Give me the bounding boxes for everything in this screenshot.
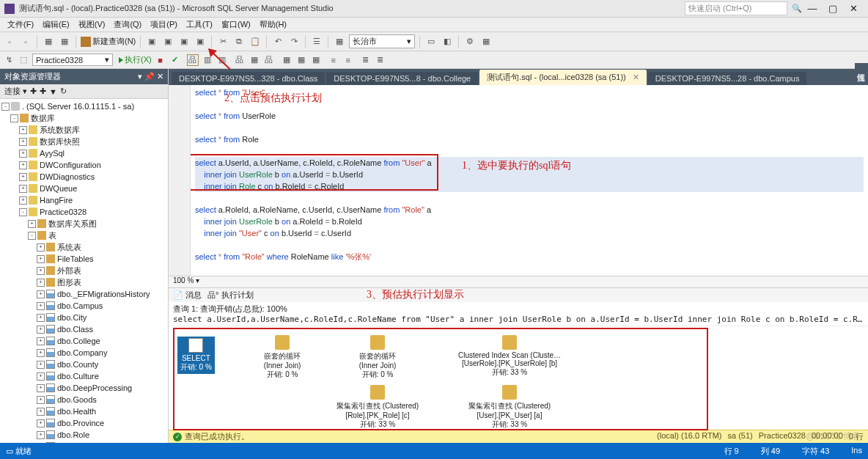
tb-icon[interactable]: ≡ bbox=[342, 54, 354, 66]
tree-node[interactable]: +dbo.County bbox=[0, 359, 168, 370]
stop-icon[interactable]: ■ bbox=[155, 54, 166, 66]
minimize-button[interactable]: — bbox=[802, 3, 823, 14]
document-tab[interactable]: DESKTOP-E997NS5...8 - dbo.College bbox=[326, 72, 478, 85]
menu-file[interactable]: 文件(F) bbox=[3, 19, 38, 30]
tb-icon[interactable]: ▣ bbox=[161, 35, 174, 48]
tb-icon[interactable]: ▦ bbox=[249, 54, 260, 66]
tree-node[interactable]: +dbo.Company bbox=[0, 347, 168, 359]
plan-node-seek1[interactable]: 聚集索引查找 (Clustered)[Role].[PK_Role] [c]开销… bbox=[315, 385, 440, 430]
tb-icon[interactable]: ⬚ bbox=[18, 54, 29, 66]
nav-fwd-icon[interactable]: ◦ bbox=[19, 35, 32, 48]
plan-node-scan[interactable]: Clustered Index Scan (Cluste…[UserRole].… bbox=[447, 335, 572, 378]
code-area[interactable]: select * from "User" select * from UserR… bbox=[191, 85, 868, 276]
tree-node[interactable]: +系统数据库 bbox=[0, 124, 168, 136]
tree-node[interactable]: +dbo.Health bbox=[0, 405, 168, 417]
tree-node[interactable]: +图形表 bbox=[0, 276, 168, 288]
close-tab-icon[interactable]: ✕ bbox=[633, 73, 639, 81]
paste-icon[interactable]: 📋 bbox=[249, 35, 262, 48]
tb-icon[interactable]: ▦ bbox=[281, 54, 293, 66]
plan-node-seek2[interactable]: 聚集索引查找 (Clustered)[User].[PK_User] [a]开销… bbox=[447, 385, 572, 430]
tb-icon[interactable]: ▦ bbox=[310, 54, 322, 66]
copy-icon[interactable]: ⧉ bbox=[232, 35, 246, 48]
tree-node[interactable]: +DWDiagnostics bbox=[0, 171, 168, 183]
tb-icon[interactable]: ▭ bbox=[424, 35, 438, 48]
execution-plan-pane[interactable]: SELECT开销: 0 % 嵌套的循环(Inner Join)开销: 0 % 嵌… bbox=[169, 326, 868, 430]
database-select[interactable]: Practice0328▾ bbox=[32, 54, 113, 66]
tree-node[interactable]: +FileTables bbox=[0, 253, 168, 265]
tb-icon[interactable]: ▦ bbox=[333, 35, 346, 48]
quick-launch-input[interactable]: 快速启动 (Ctrl+Q) bbox=[685, 1, 787, 15]
tb-icon[interactable]: ✚ bbox=[40, 87, 46, 96]
tree-node[interactable]: +dbo.Campus bbox=[0, 300, 168, 312]
plan-node-loop2[interactable]: 嵌套的循环(Inner Join)开销: 0 % bbox=[315, 335, 440, 380]
maximize-button[interactable]: ▢ bbox=[823, 3, 843, 14]
tree-node[interactable]: +dbo.College bbox=[0, 335, 168, 347]
tb-icon[interactable]: ⚙ bbox=[463, 35, 477, 48]
tb-icon[interactable]: ↻ bbox=[60, 87, 67, 96]
quick-launch-search-icon[interactable]: 🔍 bbox=[792, 4, 802, 13]
messages-tab[interactable]: 📄 消息 bbox=[173, 290, 202, 301]
tb-icon[interactable]: ▦ bbox=[479, 35, 493, 48]
tb-icon[interactable]: ✚ bbox=[30, 87, 37, 96]
menu-project[interactable]: 项目(P) bbox=[146, 19, 182, 30]
document-tab[interactable]: 测试语句.sql - (local...ice0328 (sa (51)) ✕ bbox=[479, 70, 647, 85]
tree-node[interactable]: +dbo.DeepProcessing bbox=[0, 382, 168, 394]
tb-icon[interactable]: ▣ bbox=[194, 35, 207, 48]
estimated-plan-button[interactable]: 品 bbox=[187, 54, 199, 66]
tb-icon[interactable]: ≣ bbox=[375, 54, 386, 66]
tb-icon[interactable]: ☰ bbox=[310, 35, 323, 48]
tree-node[interactable]: +dbo.Goods bbox=[0, 394, 168, 405]
menu-query[interactable]: 查询(Q) bbox=[109, 19, 146, 30]
tree-node[interactable]: +dbo.Slaughter bbox=[0, 441, 168, 443]
tree-node[interactable]: -. (SQL Server 16.0.1115.1 - sa) bbox=[0, 100, 168, 112]
tree-node[interactable]: +数据库关系图 bbox=[0, 218, 168, 230]
tb-icon[interactable]: ↯ bbox=[3, 54, 15, 66]
tree-node[interactable]: +数据库快照 bbox=[0, 136, 168, 147]
menu-window[interactable]: 窗口(W) bbox=[217, 19, 255, 30]
zoom-bar[interactable]: 100 % ▾ bbox=[169, 276, 868, 287]
close-button[interactable]: ✕ bbox=[843, 3, 864, 14]
tb-icon[interactable]: 品 bbox=[263, 54, 275, 66]
tree-node[interactable]: +dbo._EFMigrationsHistory bbox=[0, 288, 168, 300]
menu-view[interactable]: 视图(V) bbox=[74, 19, 110, 30]
tb-icon[interactable]: ▦ bbox=[42, 35, 55, 48]
tb-icon[interactable]: ▦ bbox=[295, 54, 307, 66]
tb-icon[interactable]: ≣ bbox=[360, 54, 372, 66]
menu-help[interactable]: 帮助(H) bbox=[255, 19, 291, 30]
tree-node[interactable]: +系统表 bbox=[0, 241, 168, 253]
plan-tab[interactable]: 品° 执行计划 bbox=[207, 290, 253, 301]
city-select[interactable]: 长治市▾ bbox=[349, 34, 415, 48]
tb-icon[interactable]: ≡ bbox=[328, 54, 339, 66]
sql-editor[interactable]: select * from "User" select * from UserR… bbox=[169, 85, 868, 276]
cut-icon[interactable]: ✂ bbox=[216, 35, 229, 48]
connect-dropdown[interactable]: 连接 ▾ bbox=[4, 86, 27, 97]
new-query-button[interactable]: 新建查询(N) bbox=[81, 36, 136, 47]
tree-node[interactable]: +HangFire bbox=[0, 194, 168, 206]
tree-node[interactable]: +DWConfiguration bbox=[0, 159, 168, 171]
explorer-tree[interactable]: -. (SQL Server 16.0.1115.1 - sa)-数据库+系统数… bbox=[0, 99, 168, 443]
tb-icon[interactable]: ◧ bbox=[441, 35, 454, 48]
execute-button[interactable]: 执行(X) bbox=[119, 54, 152, 65]
menu-tools[interactable]: 工具(T) bbox=[182, 19, 217, 30]
document-tab[interactable]: DESKTOP-E997NS5...28 - dbo.Campus bbox=[648, 72, 807, 85]
tb-icon[interactable]: ▦ bbox=[58, 35, 71, 48]
nav-back-icon[interactable]: ◦ bbox=[3, 35, 16, 48]
undo-icon[interactable]: ↶ bbox=[271, 35, 284, 48]
menu-edit[interactable]: 编辑(E) bbox=[38, 19, 74, 30]
tree-node[interactable]: +dbo.Class bbox=[0, 323, 168, 335]
tb-icon[interactable]: ▣ bbox=[145, 35, 158, 48]
tree-node[interactable]: +dbo.City bbox=[0, 312, 168, 323]
tree-node[interactable]: -Practice0328 bbox=[0, 206, 168, 218]
tb-icon[interactable]: ▼ bbox=[49, 87, 57, 96]
parse-icon[interactable]: ✓ bbox=[169, 54, 181, 66]
tree-node[interactable]: +dbo.Province bbox=[0, 417, 168, 429]
tb-icon[interactable]: ▣ bbox=[177, 35, 191, 48]
tree-node[interactable]: +dbo.Culture bbox=[0, 370, 168, 382]
plan-select-node[interactable]: SELECT开销: 0 % bbox=[177, 337, 215, 374]
redo-icon[interactable]: ↷ bbox=[287, 35, 301, 48]
document-tab[interactable]: DESKTOP-E997NS5...328 - dbo.Class bbox=[172, 72, 325, 85]
properties-tab[interactable]: 属性 bbox=[855, 63, 868, 72]
tree-node[interactable]: +dbo.Role bbox=[0, 429, 168, 441]
tree-node[interactable]: -表 bbox=[0, 230, 168, 241]
tree-node[interactable]: +AyySql bbox=[0, 147, 168, 159]
